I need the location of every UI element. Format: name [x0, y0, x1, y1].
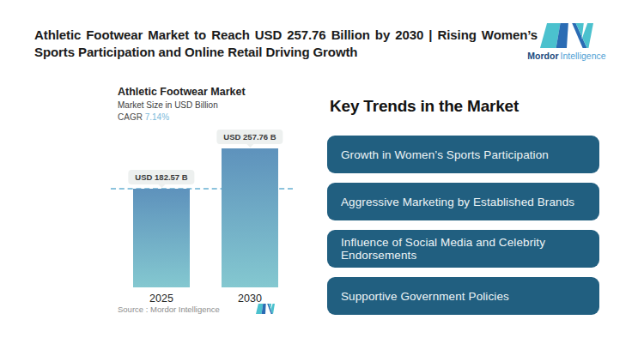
page-title: Athletic Footwear Market to Reach USD 25…	[34, 27, 538, 60]
brand-name-light: Intelligence	[561, 51, 606, 61]
infographic-canvas: Athletic Footwear Market to Reach USD 25…	[0, 0, 644, 362]
trend-item: Growth in Women’s Sports Participation	[327, 136, 599, 173]
trend-item: Supportive Government Policies	[327, 277, 599, 315]
brand-logo: MordorIntelligence	[522, 23, 611, 61]
bar-value-label: USD 182.57 B	[128, 170, 194, 184]
brand-name-bold: Mordor	[527, 51, 558, 61]
page-title-line1: Athletic Footwear Market to Reach USD 25…	[34, 27, 538, 44]
bar-value-label: USD 257.76 B	[216, 130, 283, 144]
bar-category-label: 2025	[149, 293, 173, 305]
trend-item-label: Aggressive Marketing by Established Bran…	[341, 196, 574, 208]
bar-2030	[222, 148, 278, 287]
trend-item-label: Supportive Government Policies	[341, 290, 509, 303]
trends-list: Growth in Women’s Sports ParticipationAg…	[327, 136, 599, 315]
trend-item: Aggressive Marketing by Established Bran…	[327, 183, 599, 220]
chart-source: Source : Mordor Intelligence	[118, 305, 220, 314]
bar-chart-section: Athletic Footwear Market Market Size in …	[109, 84, 300, 333]
bar-chart-plot: USD 182.57 B2025USD 257.76 B2030	[109, 84, 300, 333]
mordor-logo-icon	[540, 23, 593, 48]
bar-category-label: 2030	[238, 293, 262, 305]
page-title-line2: Sports Participation and Online Retail D…	[34, 44, 538, 61]
trend-item-label: Influence of Social Media and Celebrity …	[341, 236, 586, 262]
trend-item-label: Growth in Women’s Sports Participation	[341, 148, 549, 161]
mordor-logo-small-icon	[256, 304, 275, 314]
trend-item: Influence of Social Media and Celebrity …	[327, 230, 599, 268]
bar-2025	[133, 189, 190, 287]
key-trends-heading: Key Trends in the Market	[330, 97, 519, 116]
brand-name: MordorIntelligence	[527, 51, 605, 61]
